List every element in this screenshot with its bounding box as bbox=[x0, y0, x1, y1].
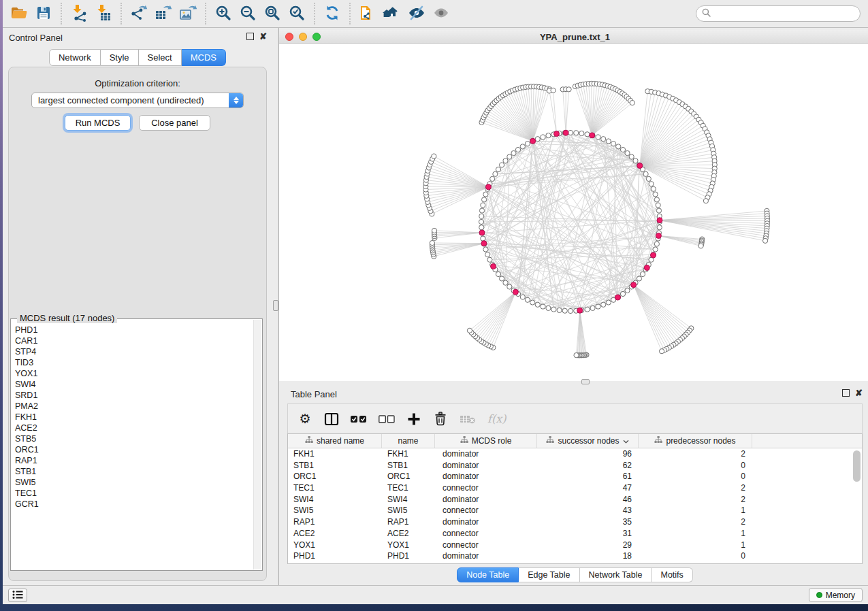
search-input[interactable] bbox=[714, 9, 854, 18]
application-window: Control Panel ✘ NetworkStyleSelectMCDS O… bbox=[3, 0, 868, 604]
table-cell: FKH1 bbox=[382, 448, 435, 460]
table-panel-title: Table Panel bbox=[291, 389, 337, 399]
column-header-MCDS-role[interactable]: MCDS role bbox=[435, 434, 537, 448]
network-canvas[interactable] bbox=[279, 44, 868, 381]
table-row[interactable]: STB1STB1dominator620 bbox=[288, 460, 862, 472]
splitter-handle[interactable] bbox=[273, 300, 278, 311]
zoom-selected-button[interactable] bbox=[285, 1, 309, 26]
table-cell: 2 bbox=[639, 448, 752, 460]
tab-select[interactable]: Select bbox=[139, 49, 182, 66]
table-cell: 29 bbox=[537, 540, 639, 551]
sort-descending-icon bbox=[623, 436, 629, 446]
table-cell: connector bbox=[435, 482, 537, 494]
column-header-name[interactable]: name bbox=[382, 434, 435, 448]
tab-edge-table[interactable]: Edge Table bbox=[519, 567, 579, 582]
table-cell: FKH1 bbox=[288, 448, 382, 460]
network-window-title: YPA_prune.txt_1 bbox=[279, 32, 868, 42]
split-panel-icon[interactable] bbox=[324, 410, 339, 428]
table-scrollbar-thumb[interactable] bbox=[853, 450, 861, 482]
open-file-button[interactable] bbox=[7, 1, 31, 26]
column-header-predecessor-nodes[interactable]: predecessor nodes bbox=[639, 434, 752, 448]
table-cell: 0 bbox=[639, 471, 752, 482]
zoom-fit-icon bbox=[263, 4, 281, 24]
float-panel-icon[interactable] bbox=[842, 389, 850, 397]
deselect-all-icon[interactable] bbox=[379, 410, 395, 428]
list-icon bbox=[12, 590, 23, 601]
table-row[interactable]: PHD1PHD1dominator180 bbox=[288, 550, 862, 562]
table-cell: PHD1 bbox=[288, 550, 382, 562]
table-row[interactable]: FKH1FKH1dominator962 bbox=[288, 448, 862, 460]
search-box bbox=[696, 5, 861, 22]
criterion-select[interactable]: largest connected component (undirected) bbox=[31, 93, 244, 108]
mcds-result-item: FKH1 bbox=[15, 412, 253, 423]
table-row[interactable]: RAP1RAP1dominator352 bbox=[288, 516, 862, 528]
column-header-shared-name[interactable]: shared name bbox=[288, 434, 382, 448]
tab-network-table[interactable]: Network Table bbox=[580, 567, 652, 582]
table-cell: 0 bbox=[639, 550, 752, 562]
table-cell: 46 bbox=[537, 494, 639, 506]
tab-motifs[interactable]: Motifs bbox=[652, 567, 692, 582]
table-cell: 35 bbox=[537, 516, 639, 528]
close-panel-icon[interactable]: ✘ bbox=[855, 389, 863, 397]
table-row[interactable]: TEC1TEC1connector472 bbox=[288, 482, 862, 494]
zoom-out-button[interactable] bbox=[236, 1, 260, 26]
close-mcds-panel-button[interactable]: Close panel bbox=[139, 115, 210, 131]
mcds-result-item: RAP1 bbox=[15, 455, 253, 466]
tab-network[interactable]: Network bbox=[49, 49, 101, 66]
function-icon: f(x) bbox=[487, 410, 506, 428]
table-cell: dominator bbox=[435, 550, 537, 562]
table-row[interactable]: ACE2ACE2connector311 bbox=[288, 528, 862, 540]
close-panel-icon[interactable]: ✘ bbox=[259, 33, 267, 40]
add-icon[interactable] bbox=[406, 410, 421, 428]
delete-icon[interactable] bbox=[433, 410, 448, 428]
column-header-successor-nodes[interactable]: successor nodes bbox=[537, 434, 639, 448]
table-row[interactable]: YOX1YOX1connector291 bbox=[288, 540, 862, 551]
mcds-result-item: YOX1 bbox=[15, 368, 253, 379]
vertical-splitter[interactable] bbox=[272, 28, 279, 585]
show-hidden-button[interactable] bbox=[429, 1, 453, 26]
import-table-button[interactable] bbox=[91, 1, 116, 26]
task-history-button[interactable] bbox=[8, 589, 27, 602]
zoom-fit-button[interactable] bbox=[260, 1, 285, 26]
zoom-in-button[interactable] bbox=[211, 1, 236, 26]
select-all-icon[interactable] bbox=[351, 410, 367, 428]
table-cell: SWI4 bbox=[288, 494, 382, 506]
table-row[interactable]: SWI5SWI5connector431 bbox=[288, 505, 862, 516]
tab-mcds[interactable]: MCDS bbox=[182, 49, 226, 66]
mcds-result-box: MCDS result (17 nodes) PHD1CAR1STP4TID3Y… bbox=[10, 318, 263, 571]
node-table: shared namenameMCDS rolesuccessor nodesp… bbox=[287, 433, 863, 564]
mcds-list-scrollbar[interactable] bbox=[253, 320, 261, 569]
table-cell: 31 bbox=[537, 528, 639, 540]
tab-style[interactable]: Style bbox=[101, 49, 139, 66]
mcds-tab-content: Optimization criterion: largest connecte… bbox=[8, 67, 267, 581]
table-cell: TEC1 bbox=[288, 482, 382, 494]
export-table-icon bbox=[154, 4, 173, 24]
hide-selected-button[interactable] bbox=[404, 1, 429, 26]
new-network-from-selection-button[interactable] bbox=[355, 1, 380, 26]
export-image-button[interactable] bbox=[176, 1, 200, 26]
apply-layout-button[interactable] bbox=[320, 1, 344, 26]
export-table-button[interactable] bbox=[151, 1, 176, 26]
table-cell: dominator bbox=[435, 471, 537, 482]
table-cell: dominator bbox=[435, 448, 537, 460]
table-cell: 0 bbox=[639, 460, 752, 472]
first-neighbors-button[interactable] bbox=[380, 1, 404, 26]
save-session-button[interactable] bbox=[31, 1, 56, 26]
run-mcds-button[interactable]: Run MCDS bbox=[65, 115, 131, 131]
table-cell: 18 bbox=[537, 550, 639, 562]
import-network-button[interactable] bbox=[67, 1, 91, 26]
float-panel-icon[interactable] bbox=[246, 33, 254, 40]
splitter-handle[interactable] bbox=[581, 379, 590, 384]
table-cell: STB1 bbox=[382, 460, 435, 472]
table-row[interactable]: ORC1ORC1dominator610 bbox=[288, 471, 862, 482]
network-area: YPA_prune.txt_1 Table Panel ✘ ⚙ bbox=[279, 28, 868, 585]
table-row[interactable]: SWI4SWI4dominator462 bbox=[288, 494, 862, 506]
export-network-button[interactable] bbox=[127, 1, 151, 26]
zoom-in-icon bbox=[214, 4, 232, 24]
tab-node-table[interactable]: Node Table bbox=[457, 567, 519, 582]
network-window-titlebar: YPA_prune.txt_1 bbox=[279, 30, 868, 44]
mcds-result-item: PMA2 bbox=[15, 401, 253, 412]
network-canvas-svg bbox=[279, 44, 868, 381]
gear-icon[interactable]: ⚙ bbox=[298, 410, 312, 428]
memory-button[interactable]: Memory bbox=[809, 588, 863, 602]
